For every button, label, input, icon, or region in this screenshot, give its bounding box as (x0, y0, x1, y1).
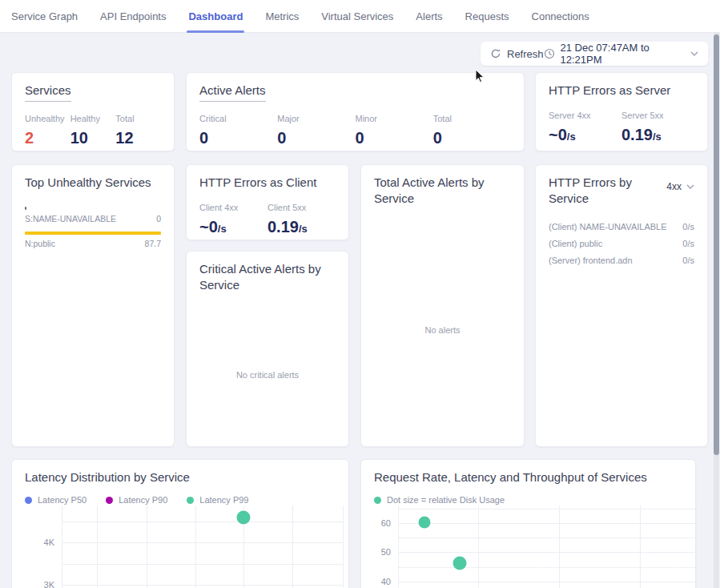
http-errors-by-service-card: HTTP Errors by Service 4xx (Client) NAME… (535, 164, 708, 447)
error-rate-row: (Server) frontend.adn0/s (549, 256, 694, 272)
stat-value: 10 (70, 129, 116, 147)
time-range-value: 21 Dec 07:47AM to 12:21PM (561, 42, 685, 66)
y-axis-tick-label: 4K (44, 538, 54, 547)
grid-line-vertical (147, 505, 147, 588)
critical-alerts-title: Critical Active Alerts by Service (199, 262, 321, 292)
grid-line-horizontal (62, 585, 343, 586)
grid-line-vertical (398, 505, 399, 588)
legend-item-dot-size-relative-disk-usage[interactable]: Dot size = relative Disk Usage (374, 495, 505, 505)
critical-alerts-empty-text: No critical alerts (187, 370, 348, 380)
time-range-picker[interactable]: 21 Dec 07:47AM to 12:21PM (544, 42, 698, 66)
stat-label: Total (115, 114, 161, 123)
grid-line-vertical (640, 505, 641, 588)
y-axis-tick-label: 50 (381, 547, 391, 557)
grid-line-vertical (97, 505, 98, 588)
active-alerts-card: Active Alerts Critical0Major0Minor0Total… (186, 72, 525, 151)
top-unhealthy-card: Top Unhealthy Services S:NAME-UNAVAILABL… (11, 164, 175, 447)
tab-requests[interactable]: Requests (465, 0, 509, 33)
stat-label: Server 4xx (549, 111, 621, 120)
tab-api-endpoints[interactable]: API Endpoints (100, 0, 166, 33)
mouse-cursor (475, 69, 485, 87)
stat-server-4xx: Server 4xx~0/s (549, 111, 621, 144)
data-point-dot[interactable] (237, 511, 251, 525)
grid-line-horizontal (398, 523, 696, 524)
stat-label: Unhealthy (25, 114, 70, 123)
error-service-name: (Client) NAME-UNAVAILABLE (549, 222, 667, 239)
grid-line-horizontal (398, 552, 696, 553)
tab-service-graph[interactable]: Service Graph (11, 0, 78, 33)
stat-value: 0 (433, 129, 511, 147)
grid-line-vertical (559, 505, 560, 588)
stat-unit: /s (567, 131, 576, 143)
stat-value: 12 (115, 129, 161, 147)
critical-alerts-card: Critical Active Alerts by Service No cri… (186, 251, 349, 447)
legend-item-latency-p99[interactable]: Latency P99 (187, 495, 248, 505)
grid-line-horizontal (398, 509, 696, 509)
health-bar (25, 232, 161, 235)
unhealthy-service-entry[interactable]: S:NAME-UNAVAILABLE0 (25, 207, 161, 227)
tab-metrics[interactable]: Metrics (265, 0, 299, 33)
unhealthy-service-row: N:public87.7 (25, 239, 161, 252)
stat-server-5xx: Server 5xx0.19/s (621, 111, 694, 144)
total-alerts-card: Total Active Alerts by Service No alerts (360, 164, 525, 447)
tab-dashboard[interactable]: Dashboard (188, 0, 243, 33)
stat-label: Server 5xx (621, 111, 694, 120)
total-alerts-empty-text: No alerts (361, 325, 524, 335)
tab-alerts[interactable]: Alerts (416, 0, 442, 33)
http-errors-by-service-header: HTTP Errors by Service 4xx (549, 175, 694, 207)
legend-label: Latency P90 (119, 495, 167, 505)
tab-connections[interactable]: Connections (532, 0, 589, 33)
data-point-dot[interactable] (453, 556, 467, 570)
service-name: S:NAME-UNAVAILABLE (25, 214, 116, 224)
data-point-dot[interactable] (419, 517, 431, 529)
error-rate-row: (Client) NAME-UNAVAILABLE0/s (549, 222, 694, 239)
stat-value: 0.19/s (267, 218, 336, 236)
grid-line-vertical (292, 505, 293, 588)
stat-label: Minor (356, 114, 433, 123)
tab-virtual-services[interactable]: Virtual Services (321, 0, 393, 33)
http-errors-by-service-rows: (Client) NAME-UNAVAILABLE0/s(Client) pub… (549, 222, 694, 272)
http-errors-client-title: HTTP Errors as Client (199, 175, 316, 189)
unhealthy-service-entry[interactable]: N:public87.7 (25, 232, 161, 252)
legend-dot-icon (25, 497, 32, 504)
stat-total: Total12 (115, 114, 161, 147)
top-unhealthy-list: S:NAME-UNAVAILABLE0N:public87.7 (25, 207, 161, 252)
stat-unhealthy: Unhealthy2 (25, 114, 70, 147)
stat-value: 0 (277, 129, 355, 147)
legend-item-latency-p90[interactable]: Latency P90 (106, 495, 167, 505)
legend-dot-icon (106, 497, 113, 504)
stat-value: 0 (356, 129, 433, 147)
error-rate-row: (Client) public0/s (549, 239, 694, 256)
grid-line-vertical (62, 505, 62, 588)
error-rate-value: 0/s (682, 239, 694, 256)
y-axis-tick-label: 60 (381, 518, 391, 528)
error-type-filter-dropdown[interactable]: 4xx (666, 181, 694, 192)
grid-line-horizontal (62, 542, 343, 543)
stat-total: Total0 (433, 114, 511, 147)
http-errors-by-service-title: HTTP Errors by Service (549, 175, 649, 207)
refresh-button[interactable]: Refresh (490, 48, 544, 60)
total-alerts-title: Total Active Alerts by Service (374, 175, 485, 205)
stat-unit: /s (218, 223, 227, 235)
top-nav: Service GraphAPI EndpointsDashboardMetri… (0, 0, 720, 33)
http-errors-client-stats: Client 4xx~0/sClient 5xx0.19/s (199, 203, 336, 236)
stat-label: Total (433, 114, 511, 123)
legend-item-latency-p50[interactable]: Latency P50 (25, 495, 86, 505)
stat-value: 0.19/s (621, 126, 694, 144)
services-card-title[interactable]: Services (25, 83, 71, 102)
stat-value: ~0/s (549, 126, 621, 144)
chevron-down-icon (690, 51, 698, 56)
legend-dot-icon (187, 497, 194, 504)
refresh-icon (490, 48, 501, 59)
active-alerts-card-title[interactable]: Active Alerts (199, 83, 266, 102)
grid-line-vertical (195, 505, 196, 588)
services-card: Services Unhealthy2Healthy10Total12 (11, 72, 175, 151)
stat-label: Major (277, 114, 355, 123)
stat-label: Client 5xx (267, 203, 336, 212)
grid-line-horizontal (62, 522, 343, 522)
stat-major: Major0 (277, 114, 355, 147)
grid-line-vertical (343, 505, 344, 588)
error-service-name: (Server) frontend.adn (549, 256, 633, 272)
scrollbar-thumb[interactable] (714, 34, 719, 455)
latency-chart-card: Latency Distribution by Service Latency … (11, 459, 349, 588)
